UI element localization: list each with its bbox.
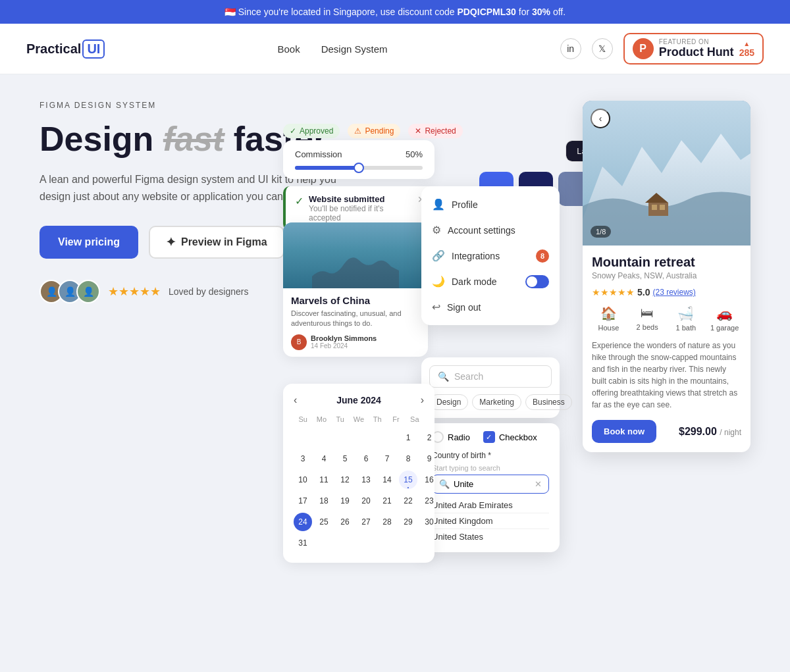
cal-day-8[interactable]: 8 <box>399 450 417 468</box>
cal-day-4[interactable]: 4 <box>315 450 333 468</box>
country-option-us[interactable]: United States <box>432 529 549 544</box>
status-pending: ⚠ Pending <box>348 124 400 138</box>
retreat-body: Mountain retreat Snowy Peaks, NSW, Austr… <box>583 246 750 452</box>
cal-day-22[interactable]: 22 <box>399 492 417 510</box>
calendar-prev-button[interactable]: ‹ <box>294 394 297 406</box>
day-su: Su <box>294 415 312 423</box>
tag-marketing[interactable]: Marketing <box>472 394 521 410</box>
feature-house-label: House <box>598 324 619 332</box>
book-now-button[interactable]: Book now <box>592 420 656 443</box>
cal-day-29[interactable]: 29 <box>399 513 417 531</box>
logo-ui: UI <box>82 39 105 59</box>
retreat-image-badge: 1/8 <box>591 226 611 238</box>
cal-day-13[interactable]: 13 <box>357 471 375 489</box>
cal-day-30[interactable]: 30 <box>420 513 438 531</box>
cal-day-11[interactable]: 11 <box>315 471 333 489</box>
cal-day-28[interactable]: 28 <box>378 513 396 531</box>
retreat-description: Experience the wonders of nature as you … <box>592 340 741 411</box>
cal-day-3[interactable]: 3 <box>294 450 312 468</box>
nav-book[interactable]: Book <box>277 43 300 55</box>
country-clear-icon[interactable]: ✕ <box>535 479 542 489</box>
retreat-price-night: / night <box>720 428 741 437</box>
settings-icon: ⚙ <box>432 224 441 236</box>
retreat-stars-row: ★★★★★ 5.0 (23 reviews) <box>592 287 741 297</box>
cal-day-27[interactable]: 27 <box>357 513 375 531</box>
cal-day-5[interactable]: 5 <box>336 450 354 468</box>
logo[interactable]: Practical UI <box>26 39 105 59</box>
main-nav: Book Design System <box>277 43 387 55</box>
country-option-uk[interactable]: United Kingdom <box>432 513 549 529</box>
retreat-feature-house: 🏠 House <box>592 305 625 332</box>
checkbox-label: Checkbox <box>499 432 537 442</box>
china-desc: Discover fascinating, unusual, and adven… <box>291 309 420 329</box>
search-input-container[interactable]: 🔍 Search <box>429 365 552 388</box>
dropdown-profile-label: Profile <box>452 199 478 210</box>
cal-day-21[interactable]: 21 <box>378 492 396 510</box>
cal-day-31[interactable]: 31 <box>294 534 312 552</box>
cal-day-23[interactable]: 23 <box>420 492 438 510</box>
ph-arrow-icon: ▲ <box>743 40 750 47</box>
retreat-price-block: $299.00 / night <box>679 426 741 438</box>
cal-day-25[interactable]: 25 <box>315 513 333 531</box>
hero-title-before: Design <box>40 120 163 158</box>
retreat-star-icons: ★★★★★ <box>592 287 635 297</box>
product-hunt-count: ▲ 285 <box>739 40 754 58</box>
cal-day-7[interactable]: 7 <box>378 450 396 468</box>
cal-day-1[interactable]: 1 <box>399 428 417 447</box>
linkedin-icon[interactable]: in <box>560 38 581 59</box>
cal-day-16[interactable]: 16 <box>420 471 438 489</box>
product-hunt-badge[interactable]: P FEATURED ON Product Hunt ▲ 285 <box>623 33 764 65</box>
dropdown-account-label: Account settings <box>448 225 515 236</box>
product-hunt-featured: FEATURED ON <box>659 38 734 45</box>
country-input-row[interactable]: 🔍 Unite ✕ <box>432 475 549 494</box>
cal-day-17[interactable]: 17 <box>294 492 312 510</box>
banner-end: off. <box>553 7 566 17</box>
dropdown-sign-out[interactable]: ↩ Sign out <box>421 294 560 320</box>
beds-icon: 🛏 <box>641 305 654 321</box>
calendar-days: 1 2 3 4 5 6 7 8 9 10 11 12 13 14 15 <box>294 428 424 552</box>
country-label: Country of birth * <box>432 451 549 460</box>
cal-day-12[interactable]: 12 <box>336 471 354 489</box>
china-mountain-svg <box>283 249 428 288</box>
retreat-price: $299.00 <box>679 426 717 437</box>
cal-day-14[interactable]: 14 <box>378 471 396 489</box>
dropdown-profile[interactable]: 👤 Profile <box>421 192 560 217</box>
view-pricing-button[interactable]: View pricing <box>40 226 138 259</box>
garage-icon: 🚗 <box>716 305 733 321</box>
commission-header: Commission 50% <box>295 149 423 159</box>
cal-day-15[interactable]: 15 <box>399 471 417 489</box>
cal-day-6[interactable]: 6 <box>357 450 375 468</box>
cal-day-2[interactable]: 2 <box>420 428 438 447</box>
retreat-feature-garage: 🚗 1 garage <box>708 305 741 332</box>
dropdown-integrations[interactable]: 🔗 Integrations 8 <box>421 243 560 269</box>
cal-day-10[interactable]: 10 <box>294 471 312 489</box>
preview-figma-button[interactable]: ✦ Preview in Figma <box>149 226 284 259</box>
tag-business[interactable]: Business <box>525 394 572 410</box>
cal-day-20[interactable]: 20 <box>357 492 375 510</box>
country-option-uae[interactable]: United Arab Emirates <box>432 498 549 513</box>
svg-rect-4 <box>660 205 665 210</box>
retreat-reviews[interactable]: (23 reviews) <box>652 288 695 297</box>
calendar-next-button[interactable]: › <box>421 394 424 406</box>
dropdown-dark-mode-label: Dark mode <box>452 276 496 287</box>
nav-design-system[interactable]: Design System <box>321 43 388 55</box>
tag-design[interactable]: Design <box>429 394 468 410</box>
retreat-back-button[interactable]: ‹ <box>591 109 610 128</box>
author-info: Brooklyn Simmons 14 Feb 2024 <box>311 334 377 349</box>
dropdown-account-settings[interactable]: ⚙ Account settings <box>421 217 560 243</box>
cal-day-19[interactable]: 19 <box>336 492 354 510</box>
cal-day-18[interactable]: 18 <box>315 492 333 510</box>
cal-day-24[interactable]: 24 <box>294 513 312 531</box>
calendar-title: June 2024 <box>336 395 381 405</box>
status-badges: ✓ Approved ⚠ Pending ✕ Rejected <box>283 124 463 138</box>
china-author: B Brooklyn Simmons 14 Feb 2024 <box>291 334 420 350</box>
checkbox[interactable]: ✓ <box>483 431 495 443</box>
retreat-title: Mountain retreat <box>592 255 741 270</box>
dark-mode-toggle[interactable] <box>525 275 549 288</box>
dropdown-card: 👤 Profile ⚙ Account settings 🔗 Integrati… <box>421 186 560 325</box>
cal-day-9[interactable]: 9 <box>420 450 438 468</box>
slider-thumb[interactable] <box>354 163 364 173</box>
dropdown-dark-mode[interactable]: 🌙 Dark mode <box>421 269 560 294</box>
cal-day-26[interactable]: 26 <box>336 513 354 531</box>
twitter-icon[interactable]: 𝕏 <box>592 38 613 59</box>
